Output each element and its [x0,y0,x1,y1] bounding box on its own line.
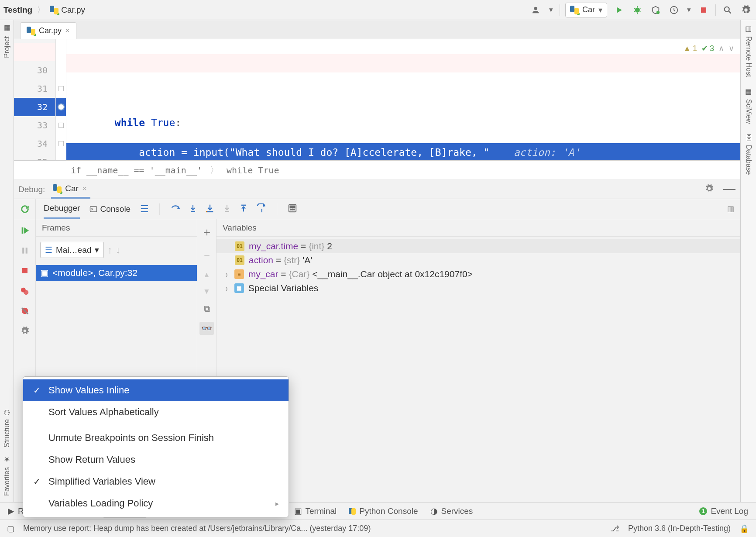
warning-indicator[interactable]: ▲1 [683,44,697,53]
close-tab-icon[interactable]: × [65,26,70,35]
thread-selector[interactable]: ☰ Mai…ead ▾ [40,242,104,258]
status-message[interactable]: Memory use report: Heap dump has been cr… [23,524,601,533]
user-icon[interactable] [530,3,543,17]
threads-view-button[interactable]: ☰ [140,203,149,215]
debug-settings-menu[interactable]: ✓ Show Values Inline Sort Values Alphabe… [23,376,289,517]
next-frame-button[interactable]: ↓ [116,244,120,256]
stop-button[interactable] [697,3,710,17]
lock-icon[interactable]: 🔒 [739,524,749,534]
copy-button[interactable]: ⧉ [204,304,210,314]
step-out-button[interactable] [239,203,248,215]
menu-item-unmute-breakpoints[interactable]: Unmute Breakpoints on Session Finish [23,427,289,449]
variable-row[interactable]: ▦ Special Variables [216,281,740,295]
menu-item-loading-policy[interactable]: Variables Loading Policy [23,492,289,514]
next-highlight-icon[interactable]: ∨ [729,44,734,53]
debugger-tab[interactable]: Debugger [44,199,80,219]
svg-rect-18 [22,248,24,253]
code-area[interactable]: while True: action = input("What should … [66,39,740,160]
chevron-down-icon[interactable]: ▾ [548,3,554,17]
inspection-indicators[interactable]: ▲1 ✔3 ∧ ∨ [683,44,734,53]
menu-item-show-values-inline[interactable]: ✓ Show Values Inline [23,379,289,401]
project-tool-button[interactable]: Project▦ [3,24,11,58]
variable-row[interactable]: 01 action = {str} 'A' [216,253,740,267]
variable-row[interactable]: 01 my_car.time = {int} 2 [216,239,740,253]
line-number[interactable]: 32 [14,98,55,116]
console-tab[interactable]: Console [89,204,131,214]
structure-tool-button[interactable]: Structure⌬ [3,410,11,448]
breadcrumb-file[interactable]: Car.py [50,5,85,15]
new-watch-button[interactable]: ＋ [201,224,213,240]
pause-button[interactable] [19,244,31,257]
debug-settings-icon[interactable] [703,182,716,195]
git-icon[interactable]: ⎇ [610,524,619,534]
run-config-selector[interactable]: Car ▾ [565,3,607,17]
run-to-cursor-button[interactable] [256,203,266,215]
remove-watch-button[interactable]: － [201,248,213,263]
fold-toggle-icon[interactable] [58,141,64,146]
profile-button[interactable] [667,3,680,17]
interpreter-status[interactable]: Python 3.6 (In-Depth-Testing) [628,524,731,533]
step-into-button[interactable] [189,203,197,215]
status-menu-icon[interactable]: ▢ [7,524,14,534]
database-tool-button[interactable]: 🗄Database [745,134,753,175]
close-session-icon[interactable]: × [82,184,87,193]
sciview-tool-button[interactable]: ▦SciView [744,87,753,124]
prev-frame-button[interactable]: ↑ [107,244,112,256]
step-into-my-code-button[interactable] [205,203,215,215]
frame-list[interactable]: ▣ <module>, Car.py:32 [36,263,197,282]
view-breakpoints-button[interactable] [19,285,31,297]
menu-item-sort-alphabetically[interactable]: Sort Values Alphabetically [23,401,289,423]
fold-toggle-icon[interactable] [58,123,64,128]
terminal-tool-button[interactable]: ▣Terminal [294,506,337,516]
line-number[interactable]: 30 [14,61,55,79]
resume-button[interactable] [19,224,31,237]
settings-button[interactable] [739,3,753,17]
line-number[interactable]: 31 [14,79,55,98]
move-down-button[interactable]: ▼ [203,287,210,296]
variables-list[interactable]: 01 my_car.time = {int} 2 01 action = {st… [216,237,740,298]
services-tool-button[interactable]: ◑Services [430,506,473,516]
chevron-down-icon[interactable]: ▾ [686,3,692,17]
coverage-button[interactable] [649,3,662,17]
scope-crumb-item[interactable]: while True [227,165,279,176]
rerun-button[interactable] [20,204,30,214]
debug-session-tab[interactable]: Car × [51,180,90,199]
menu-item-show-return-values[interactable]: Show Return Values [23,449,289,471]
line-number[interactable]: 35 [14,153,55,161]
hide-tool-icon[interactable]: — [723,182,736,195]
editor-gutter[interactable]: 30 31 32 33 34 35 [14,39,56,160]
search-button[interactable] [721,3,734,17]
event-log-tool-button[interactable]: 1Event Log [699,506,748,516]
run-button[interactable] [612,3,625,17]
force-step-into-button[interactable] [223,203,231,215]
execution-point-icon[interactable] [58,103,65,110]
mute-breakpoints-button[interactable] [19,305,31,317]
breadcrumb-project[interactable]: Testing [3,5,32,15]
variable-row[interactable]: ≡ my_car = {Car} <__main__.Car object at… [216,267,740,281]
debug-more-settings-button[interactable] [19,325,31,337]
line-number[interactable]: 33 [14,116,55,134]
scope-crumb-item[interactable]: if __name__ == '__main__' [71,165,202,176]
favorites-tool-button[interactable]: Favorites★ [3,455,11,496]
fold-toggle-icon[interactable] [58,86,64,91]
code-editor[interactable]: ▲1 ✔3 ∧ ∨ 30 31 32 33 34 35 [14,39,740,161]
prev-highlight-icon[interactable]: ∧ [718,44,724,53]
stop-debug-button[interactable] [19,265,31,277]
menu-item-simplified-view[interactable]: ✓ Simplified Variables View [23,471,289,492]
evaluate-expression-button[interactable] [288,203,297,215]
editor-scope-crumb[interactable]: if __name__ == '__main__' 〉 while True [14,161,740,179]
line-number[interactable] [14,43,55,61]
editor-tab[interactable]: Car.py × [20,22,76,39]
remote-host-tool-button[interactable]: ▥Remote Host [744,24,753,77]
debug-button[interactable] [631,3,644,17]
layout-settings-icon[interactable]: ▥ [727,205,734,213]
python-console-tool-button[interactable]: Python Console [349,506,418,516]
step-controls [162,203,297,215]
stack-frame-item[interactable]: ▣ <module>, Car.py:32 [36,265,197,281]
line-number[interactable]: 34 [14,134,55,153]
pass-indicator[interactable]: ✔3 [701,44,714,53]
move-up-button[interactable]: ▲ [203,271,210,279]
step-over-button[interactable] [170,203,181,215]
show-watches-button[interactable]: 👓 [199,322,214,335]
fold-strip[interactable] [56,39,66,160]
